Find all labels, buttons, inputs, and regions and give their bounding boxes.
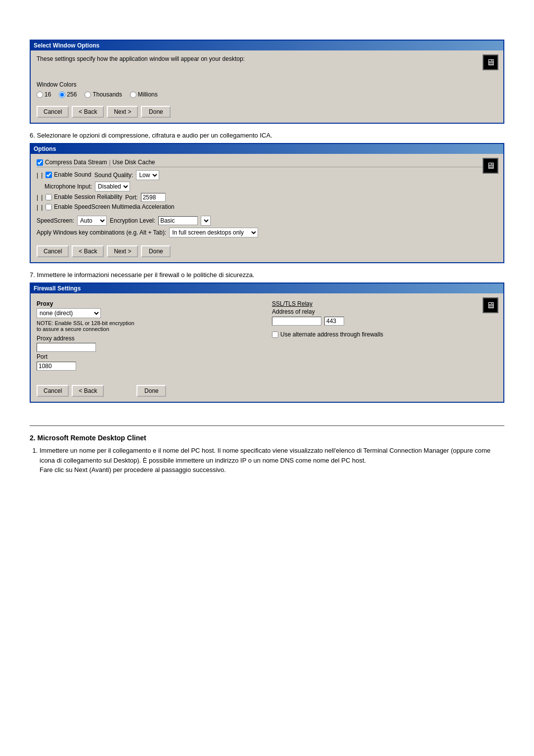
firewall-right: SSL/TLS Relay Address of relay Use alter…	[272, 300, 497, 372]
relay-port-input[interactable]	[324, 317, 344, 326]
options-titlebar: Options	[31, 144, 503, 154]
speedscreen-multimedia-row: | | Enable SpeedScreen Multimedia Accele…	[37, 203, 497, 211]
proxy-port-label: Port	[37, 353, 47, 360]
proxy-select[interactable]: none (direct)	[37, 308, 101, 318]
speedscreen-check[interactable]: Enable SpeedScreen Multimedia Accelerati…	[45, 203, 174, 210]
step7-number: 7.	[30, 271, 35, 279]
proxy-address-label: Proxy address	[37, 335, 262, 342]
session-reliability-check[interactable]: Enable Session Reliability	[45, 193, 122, 200]
select-window-done-btn[interactable]: Done	[141, 106, 171, 118]
firewall-left: Proxy none (direct) NOTE: Enable SSL or …	[37, 300, 262, 372]
firewall-btn-row: Cancel < Back Done	[37, 382, 497, 397]
indent-bar-1: |	[37, 172, 38, 179]
radio-256[interactable]: 256	[59, 91, 77, 98]
microphone-select[interactable]: Disabled	[95, 182, 130, 191]
firewall-columns: Proxy none (direct) NOTE: Enable SSL or …	[37, 300, 497, 372]
speedscreen-select[interactable]: Auto	[77, 216, 107, 226]
select-window-back-btn[interactable]: < Back	[72, 106, 104, 118]
dialog-icon-1: 🖥	[483, 54, 498, 70]
step7-desc: Immettere le informazioni necessarie per…	[37, 271, 254, 279]
alternate-address-checkbox[interactable]	[272, 331, 278, 338]
section2-item1: Immettere un nome per il collegamento e …	[40, 446, 504, 475]
firewall-done-btn[interactable]: Done	[136, 385, 166, 397]
enable-sound-check[interactable]: Enable Sound	[45, 171, 91, 178]
indent-bar-2: |	[41, 172, 43, 179]
apply-windows-key-label: Apply Windows key combinations (e.g. Alt…	[37, 229, 166, 236]
proxy-label: Proxy	[37, 300, 262, 307]
apply-windows-key-row: Apply Windows key combinations (e.g. Alt…	[37, 228, 497, 237]
step6-number: 6.	[30, 132, 35, 139]
options-tab-row: Compress Data Stream | Use Disk Cache	[37, 159, 497, 167]
apply-windows-key-select[interactable]: In full screen desktops only	[169, 228, 258, 237]
select-window-desc: These settings specify how the applicati…	[37, 55, 497, 62]
port-input[interactable]	[141, 193, 166, 202]
encryption-level-label: Encryption Level:	[110, 217, 155, 224]
alternate-address-label: Use alternate address through firewalls	[280, 331, 383, 338]
radio-16-input[interactable]	[37, 92, 43, 98]
speedscreen-checkbox[interactable]	[45, 204, 52, 210]
session-reliability-checkbox[interactable]	[45, 194, 52, 200]
session-reliability-row: | | Enable Session Reliability Port:	[37, 193, 497, 202]
compress-checkbox[interactable]	[37, 159, 43, 166]
firewall-cancel-btn[interactable]: Cancel	[37, 385, 69, 397]
options-cancel-btn[interactable]: Cancel	[37, 245, 69, 257]
firewall-dialog: Firewall Settings 🖥 Proxy none (direct) …	[30, 283, 504, 403]
sound-quality-select[interactable]: Low	[136, 170, 159, 180]
sr-bar-2: |	[41, 194, 43, 201]
firewall-back-btn[interactable]: < Back	[72, 385, 104, 397]
radio-256-input[interactable]	[59, 92, 65, 98]
proxy-address-input[interactable]	[37, 343, 96, 352]
options-done-btn[interactable]: Done	[141, 245, 171, 257]
options-body: 🖥 Compress Data Stream | Use Disk Cache …	[31, 154, 503, 262]
section2-item1-text: Immettere un nome per il collegamento e …	[40, 447, 490, 464]
options-next-btn[interactable]: Next >	[107, 245, 138, 257]
disk-cache-label: Use Disk Cache	[113, 159, 155, 166]
encryption-level-dropdown[interactable]	[201, 216, 211, 226]
ss-bar-2: |	[41, 204, 43, 211]
session-reliability-label: Enable Session Reliability	[54, 193, 122, 200]
proxy-note: NOTE: Enable SSL or 128-bit encryption t…	[37, 320, 135, 332]
select-window-title: Select Window Options	[34, 42, 99, 49]
ss-bar-1: |	[37, 204, 38, 211]
window-colors-radio-group: 16 256 Thousands Millions	[37, 91, 497, 98]
alternate-address-check[interactable]: Use alternate address through firewalls	[272, 331, 497, 338]
step6-desc: Selezionare le opzioni di compressione, …	[37, 132, 272, 139]
sound-quality-label: Sound Quality:	[94, 172, 134, 179]
disk-cache-tab[interactable]: Use Disk Cache	[113, 159, 155, 166]
options-back-btn[interactable]: < Back	[72, 245, 104, 257]
encryption-level-input[interactable]	[158, 216, 198, 225]
options-dialog: Options 🖥 Compress Data Stream | Use Dis…	[30, 143, 504, 263]
radio-millions-input[interactable]	[130, 92, 136, 98]
speedscreen-encryption-row: SpeedScreen: Auto Encryption Level:	[37, 216, 497, 226]
port-label: Port:	[125, 194, 137, 201]
compress-tab[interactable]: Compress Data Stream	[37, 159, 107, 166]
proxy-port-row: Port	[37, 353, 262, 360]
select-window-dialog: Select Window Options 🖥 These settings s…	[30, 40, 504, 124]
monitor-icon-3: 🖥	[486, 300, 495, 311]
microphone-label: Microphone Input:	[44, 183, 92, 190]
monitor-icon: 🖥	[486, 57, 495, 68]
select-window-cancel-btn[interactable]: Cancel	[37, 106, 69, 118]
section2-item1-text2: Fare clic su Next (Avanti) per procedere…	[40, 466, 226, 473]
section-divider	[30, 425, 504, 426]
radio-millions[interactable]: Millions	[130, 91, 158, 98]
options-btn-row: Cancel < Back Next > Done	[37, 242, 497, 257]
radio-thousands[interactable]: Thousands	[85, 91, 122, 98]
speedscreen-label: SpeedScreen:	[37, 217, 74, 224]
page-content: Select Window Options 🖥 These settings s…	[30, 10, 504, 475]
enable-sound-checkbox[interactable]	[45, 172, 52, 178]
radio-thousands-input[interactable]	[85, 92, 91, 98]
select-window-next-btn[interactable]: Next >	[107, 106, 138, 118]
relay-address-input[interactable]	[272, 317, 321, 326]
dialog-icon-2: 🖥	[483, 158, 498, 174]
proxy-port-input[interactable]	[37, 362, 76, 371]
select-window-body: 🖥 These settings specify how the applica…	[31, 50, 503, 123]
select-window-btn-row: Cancel < Back Next > Done	[37, 103, 497, 118]
monitor-icon-2: 🖥	[486, 161, 495, 171]
microphone-row: Microphone Input: Disabled	[37, 182, 497, 191]
section2-list: Immettere un nome per il collegamento e …	[40, 446, 504, 475]
radio-thousands-label: Thousands	[92, 91, 122, 98]
radio-16[interactable]: 16	[37, 91, 51, 98]
ssl-relay-label: SSL/TLS Relay	[272, 300, 497, 307]
firewall-titlebar: Firewall Settings	[31, 284, 503, 293]
